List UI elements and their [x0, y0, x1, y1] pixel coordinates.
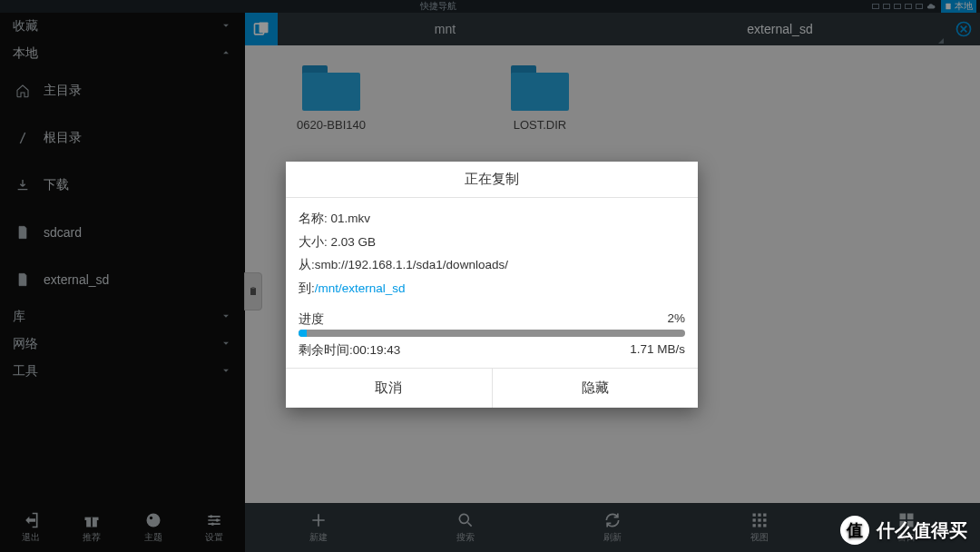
grid-icon — [750, 511, 769, 529]
chevron-down-icon — [220, 337, 232, 352]
sidebar-section-favorites[interactable]: 收藏 — [0, 13, 245, 40]
exit-button[interactable]: 退出 — [0, 503, 62, 552]
button-label: 主题 — [144, 531, 162, 544]
search-icon — [456, 511, 475, 529]
field-label: 名称: — [299, 212, 328, 225]
field-value: smb://192.168.1.1/sda1/downloads/ — [315, 258, 508, 271]
svg-rect-17 — [763, 514, 766, 517]
refresh-button[interactable]: 刷新 — [539, 503, 686, 552]
progress-bar — [299, 330, 685, 337]
field-label: 从: — [299, 258, 315, 271]
folder-label: LOST.DIR — [514, 118, 567, 132]
svg-point-6 — [210, 515, 212, 518]
svg-rect-23 — [763, 524, 766, 527]
multiwindow-button[interactable] — [245, 13, 278, 45]
svg-rect-15 — [753, 514, 756, 517]
clipboard-icon — [248, 285, 259, 298]
svg-rect-3 — [91, 518, 93, 527]
content-header: mnt external_sd — [245, 13, 980, 45]
palette-icon — [144, 511, 162, 529]
sidebar-section-label: 工具 — [13, 363, 38, 380]
recommend-button[interactable]: 推荐 — [62, 503, 123, 552]
progress-label: 进度 — [299, 311, 324, 328]
watermark-text: 什么值得买 — [877, 518, 967, 543]
sidebar-section-label: 本地 — [13, 45, 38, 62]
sidebar-section-label: 网络 — [13, 336, 38, 352]
view-button[interactable]: 视图 — [686, 503, 833, 552]
sidebar-item-download[interactable]: 下载 — [0, 162, 245, 209]
sidebar-item-label: 主目录 — [44, 83, 82, 99]
statusbar-local-tag: 本地 — [941, 0, 976, 13]
sidebar-item-externalsd[interactable]: external_sd — [0, 256, 245, 303]
new-button[interactable]: 新建 — [245, 503, 392, 552]
svg-point-4 — [146, 514, 160, 527]
button-label: 搜索 — [456, 531, 475, 544]
folder-icon — [511, 65, 569, 111]
tab-externalsd[interactable]: external_sd — [612, 13, 947, 45]
chevron-down-icon — [220, 19, 232, 34]
sidebar-item-label: 根目录 — [44, 130, 82, 146]
plus-icon — [309, 511, 328, 529]
tab-label: external_sd — [747, 22, 812, 36]
statusbar: 快捷导航 本地 — [0, 0, 980, 13]
folder-icon — [302, 65, 360, 111]
exit-icon — [22, 511, 40, 529]
download-icon — [15, 178, 31, 192]
sidebar-item-label: external_sd — [44, 272, 109, 287]
gift-icon — [83, 511, 101, 529]
remain-label: 剩余时间: — [299, 343, 353, 357]
field-value: 01.mkv — [331, 212, 371, 225]
sidebar-section-tools[interactable]: 工具 — [0, 358, 245, 385]
sidebar-section-label: 收藏 — [13, 18, 38, 34]
refresh-icon — [603, 511, 622, 529]
svg-rect-10 — [260, 23, 269, 34]
close-tab-button[interactable] — [947, 13, 980, 45]
sidebar-section-network[interactable]: 网络 — [0, 330, 245, 358]
statusbar-title: 快捷导航 — [420, 0, 456, 13]
sidebar-item-home[interactable]: 主目录 — [0, 67, 245, 114]
hide-button[interactable]: 隐藏 — [493, 369, 699, 408]
file-icon — [15, 272, 31, 287]
svg-rect-13 — [252, 287, 255, 289]
home-icon — [15, 84, 31, 98]
speed-value: 1.71 MB/s — [630, 342, 685, 359]
folder-label: 0620-BBI140 — [297, 118, 366, 132]
tab-mnt[interactable]: mnt — [278, 13, 612, 45]
button-label: 设置 — [205, 531, 223, 544]
sidebar: 收藏 本地 主目录 根目录 下载 sdcard external_sd 库 — [0, 13, 245, 552]
button-label: 推荐 — [83, 531, 101, 544]
chevron-up-icon — [220, 46, 232, 62]
clipboard-drawer-handle[interactable] — [244, 272, 262, 310]
button-label: 新建 — [309, 531, 328, 544]
button-label: 视图 — [750, 531, 769, 544]
dialog-title: 正在复制 — [286, 162, 698, 198]
tablet-icon — [945, 3, 952, 10]
svg-point-5 — [150, 517, 152, 519]
svg-rect-20 — [763, 518, 766, 521]
sidebar-section-label: 库 — [13, 309, 25, 325]
sidebar-item-root[interactable]: 根目录 — [0, 114, 245, 162]
cancel-button[interactable]: 取消 — [286, 369, 493, 408]
slash-icon — [15, 131, 31, 145]
svg-point-7 — [216, 518, 219, 521]
theme-button[interactable]: 主题 — [122, 503, 184, 552]
tab-corner-icon — [938, 38, 944, 44]
chevron-down-icon — [220, 310, 232, 325]
svg-rect-12 — [250, 288, 256, 295]
destination-link[interactable]: /mnt/external_sd — [315, 281, 406, 295]
settings-button[interactable]: 设置 — [184, 503, 246, 552]
field-label: 大小: — [299, 235, 328, 249]
svg-rect-22 — [758, 524, 760, 527]
svg-rect-16 — [758, 514, 760, 517]
sidebar-item-sdcard[interactable]: sdcard — [0, 209, 245, 256]
svg-rect-19 — [758, 518, 760, 521]
search-button[interactable]: 搜索 — [392, 503, 539, 552]
progress-fill — [299, 330, 307, 337]
sidebar-section-local[interactable]: 本地 — [0, 40, 245, 67]
sidebar-item-label: sdcard — [44, 225, 82, 240]
field-value: 2.03 GB — [331, 235, 377, 249]
field-label: 到: — [299, 281, 315, 295]
remain-value: 00:19:43 — [353, 343, 401, 357]
dialog-body: 名称: 01.mkv 大小: 2.03 GB 从:smb://192.168.1… — [286, 198, 698, 308]
sidebar-section-library[interactable]: 库 — [0, 303, 245, 330]
